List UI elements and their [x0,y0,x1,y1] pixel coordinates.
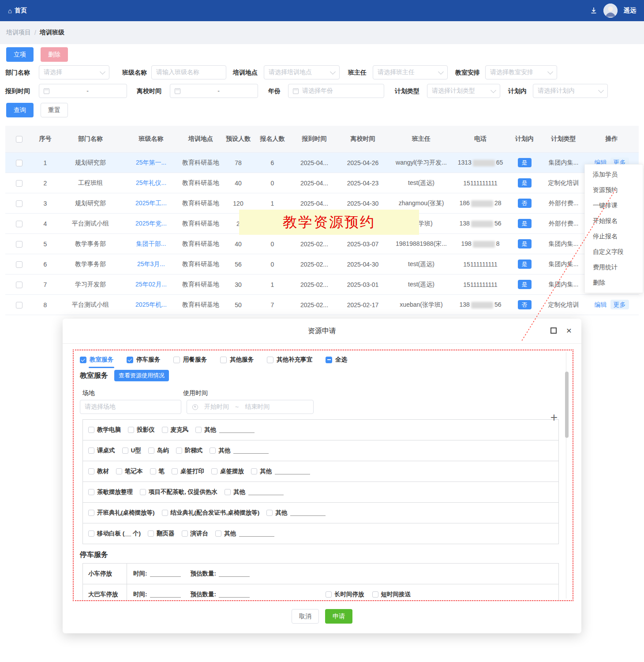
row-checkbox[interactable] [16,221,22,227]
plus-icon[interactable]: + [550,411,558,424]
service-tab[interactable]: 其他服务 [220,356,254,364]
fill-in-line[interactable] [239,530,274,537]
fill-in-line[interactable] [150,591,181,598]
reset-button[interactable]: 重置 [41,103,68,117]
dropdown-item[interactable]: 费用统计 [585,260,643,275]
parking-checkbox[interactable] [326,591,332,598]
cell-class-name-text[interactable]: 2025年工... [135,199,167,207]
option-checkbox[interactable] [176,448,182,454]
use-time-range-input[interactable]: 开始时间 ~ 结束时间 [187,400,314,414]
option-checkbox[interactable] [162,427,168,433]
dropdown-item[interactable]: 自定义字段 [585,244,643,260]
fill-in-line[interactable] [150,571,181,577]
option-checkbox[interactable] [211,468,217,474]
download-icon[interactable] [590,7,597,14]
cell-class-name-text[interactable]: 25年02月... [135,281,167,288]
filter-select-field[interactable]: 请选择 [39,65,109,79]
option-checkbox[interactable] [148,530,154,537]
more-link[interactable]: 更多 [610,300,629,309]
dropdown-item[interactable]: 一键排课 [585,198,643,213]
fullscreen-icon[interactable] [550,327,557,334]
service-tab[interactable]: 全选 [326,356,347,364]
delete-button[interactable]: 删除 [41,47,68,62]
row-checkbox[interactable] [16,160,22,166]
tab-checkbox[interactable] [220,357,227,363]
filter-dateselect-field[interactable]: 请选择年份 [288,84,384,98]
option-checkbox[interactable] [88,427,94,433]
row-checkbox[interactable] [16,282,22,288]
service-tab[interactable]: 教室服务 [80,356,113,364]
option-checkbox[interactable] [88,489,94,495]
close-icon[interactable]: × [566,327,572,334]
venue-select[interactable]: 请选择场地 [80,400,181,414]
cell-class-name-text[interactable]: 2025年党... [135,220,167,227]
option-checkbox[interactable] [150,468,156,474]
filter-select-field[interactable]: 请选择班主任 [373,65,448,79]
row-checkbox[interactable] [16,200,22,207]
row-checkbox[interactable] [16,241,22,248]
option-checkbox[interactable] [210,448,216,454]
search-button[interactable]: 查询 [6,103,34,117]
option-checkbox[interactable] [88,530,94,537]
nav-username[interactable]: 遥远 [624,7,636,15]
option-checkbox[interactable] [195,427,202,433]
select-all-checkbox[interactable] [16,136,22,143]
edit-link[interactable]: 编辑 [595,301,607,308]
option-checkbox[interactable] [266,510,273,516]
option-checkbox[interactable] [140,489,146,495]
option-checkbox[interactable] [148,448,154,454]
option-checkbox[interactable] [162,510,168,516]
dropdown-item[interactable]: 资源预约 [585,182,643,198]
fill-in-line[interactable] [233,448,269,454]
parking-checkbox[interactable] [372,591,378,598]
option-checkbox[interactable] [172,468,178,474]
cell-class-name-text[interactable]: 集团干部... [136,240,166,247]
option-checkbox[interactable] [88,448,94,454]
filter-daterange-field[interactable]: - [39,84,127,98]
option-checkbox[interactable] [88,510,94,516]
indeterminate-checkbox[interactable] [326,357,332,363]
fill-in-line[interactable] [248,489,284,495]
option-checkbox[interactable] [116,468,122,474]
row-checkbox[interactable] [16,261,22,268]
filter-input-field[interactable]: 请输入班级名称 [151,65,226,79]
fill-in-line[interactable] [275,468,310,474]
row-checkbox[interactable] [16,302,22,308]
option-checkbox[interactable] [88,468,94,474]
breadcrumb-parent[interactable]: 培训项目 [6,29,31,37]
filter-select-field[interactable]: 请选择计划类型 [427,84,500,98]
option-checkbox[interactable] [225,489,231,495]
cancel-button[interactable]: 取消 [292,609,319,624]
service-tab[interactable]: 停车服务 [127,356,160,364]
cell-class-name-text[interactable]: 25年3月... [137,260,165,267]
create-project-button[interactable]: 立项 [6,47,34,62]
tab-checkbox[interactable] [127,357,133,363]
scrollbar-thumb[interactable] [565,372,569,438]
fill-in-line[interactable] [219,591,250,598]
cell-class-name-text[interactable]: 25年第一... [136,159,166,166]
user-avatar[interactable] [603,4,618,18]
option-checkbox[interactable] [215,530,221,537]
tab-checkbox[interactable] [267,357,273,363]
dropdown-item[interactable]: 开始报名 [585,213,643,229]
row-checkbox[interactable] [16,180,22,187]
dropdown-item[interactable]: 添加学员 [585,167,643,182]
option-checkbox[interactable] [182,530,188,537]
option-checkbox[interactable] [251,468,257,474]
dropdown-item[interactable]: 停止报名 [585,229,643,244]
tab-checkbox[interactable] [80,357,86,363]
filter-select-field[interactable]: 请选择计划内 [533,84,608,98]
option-checkbox[interactable] [128,427,134,433]
option-checkbox[interactable] [122,448,128,454]
filter-daterange-field[interactable]: - [170,84,258,98]
fill-in-line[interactable] [219,427,255,433]
tab-checkbox[interactable] [173,357,180,363]
cell-class-name-text[interactable]: 25年礼仪... [136,179,166,186]
dropdown-item[interactable]: 删除 [585,275,643,290]
cell-class-name-text[interactable]: 2025年机... [135,301,167,308]
nav-home[interactable]: ⌂ 首页 [8,7,27,15]
view-resource-usage-button[interactable]: 查看资源使用情况 [114,370,169,381]
service-tab[interactable]: 其他补充事宜 [267,356,312,364]
fill-in-line[interactable] [290,510,326,516]
service-tab[interactable]: 用餐服务 [173,356,207,364]
